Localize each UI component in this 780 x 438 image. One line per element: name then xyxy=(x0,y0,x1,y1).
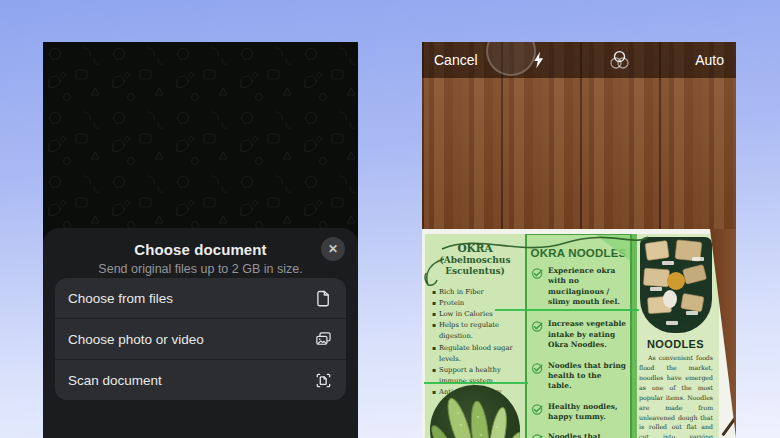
scanned-flyer-paper: OKRA (Abelmoschus Esculentus) Rich in Fi… xyxy=(422,229,736,438)
scan-document-icon xyxy=(314,371,333,390)
noodles-title: NOODLES xyxy=(632,338,719,350)
column-edge-accent xyxy=(632,234,637,438)
benefit-text: Noodles that redefine what healthy food … xyxy=(548,432,626,438)
color-filters-icon[interactable] xyxy=(608,50,631,75)
option-choose-from-files[interactable]: Choose from files xyxy=(55,278,346,318)
benefit-item: Experience okra with no mucilaginous / s… xyxy=(531,266,626,307)
flyer-columns: OKRA (Abelmoschus Esculentus) Rich in Fi… xyxy=(425,234,719,438)
option-label: Choose photo or video xyxy=(68,332,204,347)
benefit-text: Increase vegetable intake by eating Okra… xyxy=(548,319,626,350)
noodles-photo xyxy=(640,237,712,333)
check-circle-icon xyxy=(531,403,544,416)
check-circle-icon xyxy=(531,320,544,333)
option-label: Choose from files xyxy=(68,291,173,306)
cancel-button[interactable]: Cancel xyxy=(434,52,478,68)
check-circle-icon xyxy=(531,267,544,280)
flyer-okra-noodles-column: OKRA NOODLES Experience okra with no muc… xyxy=(525,234,632,438)
flyer-noodles-column: NOODLES As convenient foods flood the ma… xyxy=(632,234,719,438)
option-label: Scan document xyxy=(68,373,162,388)
benefit-item: Noodles that redefine what healthy food … xyxy=(531,432,626,438)
whatsapp-screenshot: Choose document Send original files up t… xyxy=(43,42,358,438)
option-choose-photo-or-video[interactable]: Choose photo or video xyxy=(55,318,346,359)
okra-bullet: Regulate blood sugar levels. xyxy=(432,343,523,365)
benefit-text: Experience okra with no mucilaginous / s… xyxy=(548,266,626,307)
choose-document-sheet: Choose document Send original files up t… xyxy=(43,228,358,438)
noodles-paragraph: As convenient foods flood the market, no… xyxy=(639,353,713,438)
document-scanner-screenshot: OKRA (Abelmoschus Esculentus) Rich in Fi… xyxy=(422,42,736,438)
scan-edge-line xyxy=(495,309,639,311)
okra-bullet: Rich in Fiber xyxy=(432,287,523,298)
sheet-title: Choose document xyxy=(43,241,358,258)
okra-title: OKRA xyxy=(425,242,525,255)
camera-toolbar: Cancel Auto xyxy=(422,42,736,78)
benefit-item: Noodles that bring health to the table. xyxy=(531,361,626,392)
sheet-subtitle: Send original files up to 2 GB in size. xyxy=(43,262,358,276)
benefit-item: Increase vegetable intake by eating Okra… xyxy=(531,319,626,350)
benefit-item: Healthy noodles, happy tummy. xyxy=(531,402,626,423)
auto-mode-button[interactable]: Auto xyxy=(695,52,724,68)
okra-bullet: Helps to regulate digestion. xyxy=(432,320,523,342)
file-icon xyxy=(314,289,333,308)
check-circle-icon xyxy=(531,362,544,375)
okra-bullet: Protein xyxy=(432,298,523,309)
benefit-text: Noodles that bring health to the table. xyxy=(548,361,626,392)
okra-bullet: Low in Calories xyxy=(432,309,523,320)
close-icon: ✕ xyxy=(328,242,338,256)
option-scan-document[interactable]: Scan document xyxy=(55,359,346,400)
check-circle-icon xyxy=(531,433,544,438)
okra-subtitle: (Abelmoschus Esculentus) xyxy=(425,255,525,278)
benefit-text: Healthy noodles, happy tummy. xyxy=(548,402,626,423)
photo-video-icon xyxy=(314,330,333,349)
flyer-okra-column: OKRA (Abelmoschus Esculentus) Rich in Fi… xyxy=(425,234,525,438)
document-options-list: Choose from files Choose photo or video xyxy=(55,278,346,400)
close-button[interactable]: ✕ xyxy=(321,237,345,261)
scan-edge-line xyxy=(424,382,528,384)
